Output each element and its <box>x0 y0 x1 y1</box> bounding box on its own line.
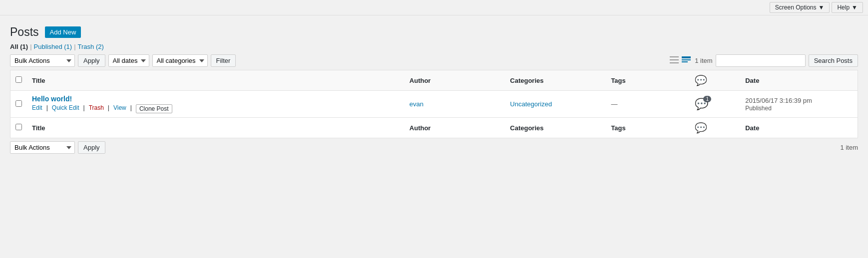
top-item-count: 1 item <box>695 57 712 64</box>
comment-bubble[interactable]: 💬 1 <box>695 98 708 111</box>
row-author-cell: evan <box>405 91 505 118</box>
footer-col-categories-label: Categories <box>510 124 543 132</box>
date-filter-select[interactable]: All dates <box>108 54 149 67</box>
comment-bubble-icon-footer: 💬 <box>695 122 707 133</box>
header-tags-col[interactable]: Tags <box>606 70 690 91</box>
select-all-checkbox-bottom[interactable] <box>15 124 22 130</box>
svg-rect-3 <box>682 56 691 58</box>
col-categories-label: Categories <box>510 77 543 84</box>
svg-rect-1 <box>670 59 679 60</box>
row-check-cell <box>10 91 27 118</box>
sep1: | <box>30 43 31 50</box>
row-checkbox[interactable] <box>15 100 22 107</box>
action-sep2: | <box>83 104 85 113</box>
tablenav-left: Bulk Actions Apply All dates All categor… <box>10 54 236 67</box>
comment-count-badge: 1 <box>703 96 711 102</box>
sep2: | <box>74 43 75 50</box>
svg-rect-2 <box>670 62 679 63</box>
table-body: Hello world! Edit | Quick Edit | Trash |… <box>10 91 858 118</box>
clone-post-button[interactable]: Clone Post <box>136 104 172 113</box>
header-title-col[interactable]: Title <box>27 70 405 91</box>
footer-date-col[interactable]: Date <box>740 118 858 138</box>
all-filter-link[interactable]: All (1) <box>10 43 28 50</box>
screen-options-button[interactable]: Screen Options ▼ <box>770 2 830 13</box>
filter-links: All (1) | Published (1) | Trash (2) <box>10 43 858 50</box>
search-posts-area: Search Posts <box>716 54 858 67</box>
row-title-cell: Hello world! Edit | Quick Edit | Trash |… <box>27 91 405 118</box>
quick-edit-link[interactable]: Quick Edit <box>52 104 79 113</box>
search-input[interactable] <box>716 54 806 67</box>
bottom-item-count: 1 item <box>841 144 858 151</box>
published-count: (1) <box>64 43 72 50</box>
trash-count: (2) <box>96 43 104 50</box>
action-sep4: | <box>130 104 132 113</box>
bottom-tablenav-right: 1 item <box>841 144 858 151</box>
apply-button-bottom[interactable]: Apply <box>78 141 105 154</box>
header-categories-col[interactable]: Categories <box>505 70 606 91</box>
footer-categories-col[interactable]: Categories <box>505 118 606 138</box>
author-link[interactable]: evan <box>410 100 424 108</box>
tablenav-right: 1 item Search Posts <box>669 54 858 67</box>
footer-col-date-label: Date <box>745 124 759 132</box>
header-date-col[interactable]: Date <box>740 70 858 91</box>
page-title-area: Posts Add New <box>10 25 858 39</box>
edit-link[interactable]: Edit <box>32 104 42 113</box>
footer-author-col[interactable]: Author <box>405 118 505 138</box>
all-count: (1) <box>20 43 28 50</box>
top-bar: Screen Options ▼ Help ▼ <box>0 0 868 15</box>
header-comments-col[interactable]: 💬 <box>690 70 740 91</box>
view-link[interactable]: View <box>113 104 126 113</box>
row-categories-cell: Uncategorized <box>505 91 606 118</box>
search-posts-button[interactable]: Search Posts <box>809 54 858 67</box>
bulk-actions-select-top[interactable]: Bulk Actions <box>10 54 75 67</box>
action-sep3: | <box>108 104 109 113</box>
post-title-link[interactable]: Hello world! <box>32 95 72 103</box>
footer-col-author-label: Author <box>410 124 431 132</box>
published-filter-link[interactable]: Published (1) <box>34 43 72 50</box>
svg-rect-0 <box>670 56 679 57</box>
published-label: Published <box>34 43 62 50</box>
col-date-label: Date <box>745 77 759 84</box>
bottom-tablenav-left: Bulk Actions Apply <box>10 141 105 154</box>
apply-button-top[interactable]: Apply <box>78 54 105 67</box>
footer-title-col[interactable]: Title <box>27 118 405 138</box>
table-row: Hello world! Edit | Quick Edit | Trash |… <box>10 91 858 118</box>
svg-rect-5 <box>682 61 688 62</box>
page-title: Posts <box>10 25 39 39</box>
help-chevron-icon: ▼ <box>852 4 858 11</box>
screen-options-chevron-icon: ▼ <box>819 4 825 11</box>
trash-label: Trash <box>78 43 94 50</box>
category-link[interactable]: Uncategorized <box>510 100 552 108</box>
top-tablenav: Bulk Actions Apply All dates All categor… <box>10 54 858 67</box>
svg-rect-4 <box>682 59 691 60</box>
trash-filter-link[interactable]: Trash (2) <box>78 43 104 50</box>
category-filter-select[interactable]: All categories <box>152 54 208 67</box>
table-header-row: Title Author Categories Tags 💬 Date <box>10 70 858 91</box>
row-tags-cell: — <box>606 91 690 118</box>
add-new-button[interactable]: Add New <box>45 26 81 38</box>
filter-button[interactable]: Filter <box>211 54 236 67</box>
comment-bubble-icon-header: 💬 <box>695 75 707 86</box>
help-button[interactable]: Help ▼ <box>832 2 863 13</box>
excerpt-view-button[interactable] <box>681 55 692 66</box>
posts-table: Title Author Categories Tags 💬 Date <box>10 70 858 138</box>
action-sep1: | <box>46 104 48 113</box>
list-view-button[interactable] <box>669 55 680 66</box>
bulk-actions-select-bottom[interactable]: Bulk Actions <box>10 141 75 154</box>
select-all-checkbox-top[interactable] <box>15 76 22 83</box>
row-date-cell: 2015/06/17 3:16:39 pm Published <box>740 91 858 118</box>
footer-tags-col[interactable]: Tags <box>606 118 690 138</box>
footer-comments-col[interactable]: 💬 <box>690 118 740 138</box>
trash-link[interactable]: Trash <box>89 104 104 113</box>
col-author-label: Author <box>410 77 431 84</box>
top-bar-right: Screen Options ▼ Help ▼ <box>770 2 863 13</box>
footer-col-tags-label: Tags <box>611 124 625 132</box>
screen-options-label: Screen Options <box>775 4 817 11</box>
header-author-col[interactable]: Author <box>405 70 505 91</box>
col-title-label: Title <box>32 77 45 84</box>
help-label: Help <box>837 4 850 11</box>
footer-check-column <box>10 118 27 138</box>
date-text: 2015/06/17 3:16:39 pm <box>745 97 812 104</box>
footer-col-title-label: Title <box>32 124 45 132</box>
table-footer-row: Title Author Categories Tags 💬 Date <box>10 118 858 138</box>
